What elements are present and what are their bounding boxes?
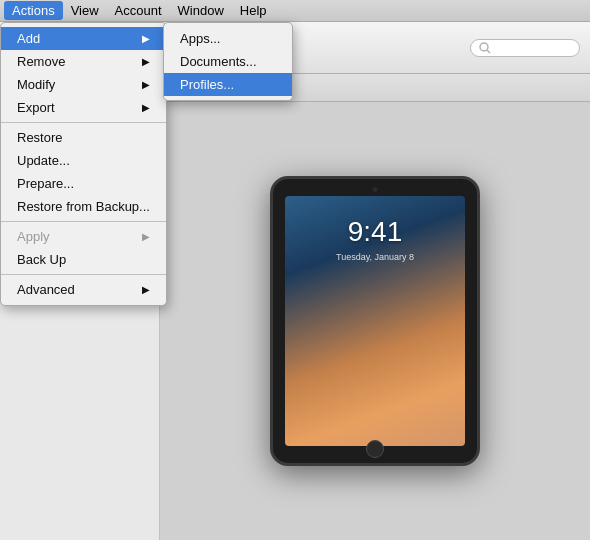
ipad-date: Tuesday, January 8 xyxy=(336,252,414,262)
menu-item-export[interactable]: Export ▶ xyxy=(1,96,166,119)
menu-item-apply[interactable]: Apply ▶ xyxy=(1,225,166,248)
menu-item-update[interactable]: Update... xyxy=(1,149,166,172)
menu-item-prepare[interactable]: Prepare... xyxy=(1,172,166,195)
menu-item-add-label: Add xyxy=(17,31,40,46)
menu-item-remove-label: Remove xyxy=(17,54,65,69)
remove-submenu-arrow: ▶ xyxy=(142,56,150,67)
add-submenu-arrow: ▶ xyxy=(142,33,150,44)
menu-item-export-label: Export xyxy=(17,100,55,115)
menu-item-modify-label: Modify xyxy=(17,77,55,92)
submenu-item-documents[interactable]: Documents... xyxy=(164,50,292,73)
ipad-time: 9:41 xyxy=(348,216,403,248)
search-box[interactable] xyxy=(470,39,580,57)
svg-point-1 xyxy=(480,43,488,51)
menu-item-advanced[interactable]: Advanced ▶ xyxy=(1,278,166,301)
menu-item-restore-backup[interactable]: Restore from Backup... xyxy=(1,195,166,218)
menu-item-advanced-label: Advanced xyxy=(17,282,75,297)
menu-item-restore-label: Restore xyxy=(17,130,63,145)
ipad-screen: 9:41 Tuesday, January 8 xyxy=(285,196,465,446)
menu-item-add[interactable]: Add ▶ xyxy=(1,27,166,50)
ipad-illustration: 9:41 Tuesday, January 8 xyxy=(270,102,480,540)
menubar-item-help[interactable]: Help xyxy=(232,1,275,20)
menubar-item-view[interactable]: View xyxy=(63,1,107,20)
actions-menu: Add ▶ Remove ▶ Modify ▶ Export ▶ Restore… xyxy=(0,22,167,306)
menu-item-backup[interactable]: Back Up xyxy=(1,248,166,271)
search-area xyxy=(470,39,580,57)
menu-item-remove[interactable]: Remove ▶ xyxy=(1,50,166,73)
menubar-item-window[interactable]: Window xyxy=(170,1,232,20)
svg-line-2 xyxy=(487,50,490,53)
menu-separator-3 xyxy=(1,274,166,275)
ipad-camera xyxy=(373,187,378,192)
menubar-item-actions[interactable]: Actions xyxy=(4,1,63,20)
content-area: 9:41 Tuesday, January 8 xyxy=(160,102,590,540)
advanced-submenu-arrow: ▶ xyxy=(142,284,150,295)
menu-item-restore[interactable]: Restore xyxy=(1,126,166,149)
modify-submenu-arrow: ▶ xyxy=(142,79,150,90)
search-icon xyxy=(479,42,491,54)
export-submenu-arrow: ▶ xyxy=(142,102,150,113)
add-submenu: Apps... Documents... Profiles... xyxy=(163,22,293,101)
apply-submenu-arrow: ▶ xyxy=(142,231,150,242)
menu-item-modify[interactable]: Modify ▶ xyxy=(1,73,166,96)
menu-separator-2 xyxy=(1,221,166,222)
menu-separator-1 xyxy=(1,122,166,123)
menu-item-restore-backup-label: Restore from Backup... xyxy=(17,199,150,214)
menu-item-prepare-label: Prepare... xyxy=(17,176,74,191)
menu-item-apply-label: Apply xyxy=(17,229,50,244)
ipad-device: 9:41 Tuesday, January 8 xyxy=(270,176,480,466)
submenu-item-profiles[interactable]: Profiles... xyxy=(164,73,292,96)
menu-item-backup-label: Back Up xyxy=(17,252,66,267)
menubar: Actions View Account Window Help xyxy=(0,0,590,22)
menu-item-update-label: Update... xyxy=(17,153,70,168)
ipad-home-button xyxy=(366,440,384,458)
submenu-item-apps[interactable]: Apps... xyxy=(164,27,292,50)
menubar-item-account[interactable]: Account xyxy=(107,1,170,20)
